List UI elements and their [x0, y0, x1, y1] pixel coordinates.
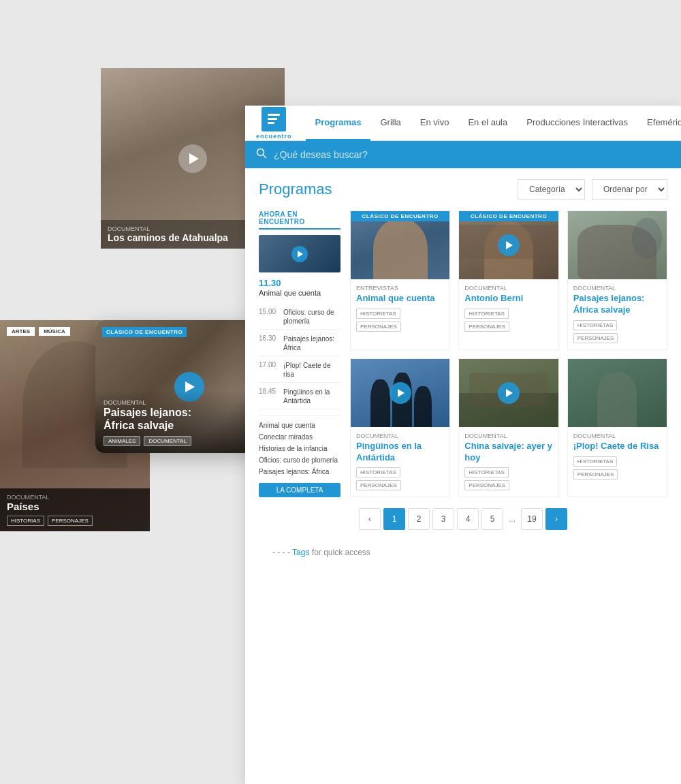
program-thumb-pinguinos — [351, 359, 449, 427]
more-item-5: Paisajes lejanos: África — [259, 466, 340, 477]
program-play-berni[interactable] — [498, 234, 520, 256]
page-5-button[interactable]: 5 — [481, 508, 503, 530]
prev-page-button[interactable]: ‹ — [359, 508, 381, 530]
page-title: Programas — [259, 181, 332, 198]
logo-line-3 — [268, 122, 274, 124]
program-card-africa[interactable]: DOCUMENTAL Paisajes lejanos: África salv… — [567, 210, 667, 350]
tag-historietas-6: HISTORIETAS — [573, 456, 618, 467]
program-type-africa: DOCUMENTAL — [573, 285, 661, 292]
old-man-tag-historias: HISTORIAS — [7, 516, 44, 526]
page-2-button[interactable]: 2 — [408, 508, 430, 530]
nav-link-efemerides[interactable]: Efemérides — [637, 106, 681, 141]
svg-line-1 — [264, 155, 267, 159]
program-info-animal: ENTREVISTAS Animal que cuenta HISTORIETA… — [351, 279, 449, 337]
tag-personajes-1: PERSONAJES — [356, 322, 401, 332]
program-title-pinguinos: Pingüinos en la Antártida — [356, 441, 444, 464]
nav-links: Programas Grilla En vivo En el aula Prod… — [306, 106, 681, 140]
old-man-tag-musica: MÚSICA — [39, 327, 70, 336]
program-type-pinguinos: DOCUMENTAL — [356, 433, 444, 439]
search-input[interactable] — [274, 149, 670, 160]
logo-icon — [262, 107, 286, 131]
logo-container: encuentro — [256, 107, 292, 140]
ver-completa-button[interactable]: LA COMPLETA — [259, 483, 340, 497]
program-card-plop[interactable]: DOCUMENTAL ¡Plop! Caete de Risa HISTORIE… — [567, 358, 667, 498]
schedule-item-1845[interactable]: 18.45 Pingüinos en la Antártida — [259, 384, 340, 409]
tag-historietas-5: HISTORIETAS — [464, 467, 509, 477]
tags-link[interactable]: Tags — [292, 548, 309, 557]
schedule-current-title: Animal que cuenta — [259, 288, 340, 298]
tags-bar: - - - - Tags for quick access — [259, 541, 667, 564]
nav-link-programas[interactable]: Programas — [306, 106, 371, 141]
program-play-china[interactable] — [498, 382, 520, 404]
pagination: ‹ 1 2 3 4 5 ... 19 › — [259, 497, 667, 541]
program-info-berni: DOCUMENTAL Antonio Berni HISTORIETAS PER… — [459, 279, 558, 337]
program-card-pinguinos[interactable]: DOCUMENTAL Pingüinos en la Antártida HIS… — [350, 358, 450, 498]
page-4-button[interactable]: 4 — [457, 508, 479, 530]
schedule-item-1630[interactable]: 16.30 Paisajes lejanos: África — [259, 331, 340, 356]
schedule-item-1700[interactable]: 17.00 ¡Plop! Caete de risa — [259, 358, 340, 383]
program-title-plop: ¡Plop! Caete de Risa — [573, 441, 661, 452]
program-type-plop: DOCUMENTAL — [573, 433, 661, 439]
play-triangle-icon — [189, 153, 199, 164]
svg-point-0 — [257, 149, 264, 156]
program-thumb-plop — [568, 359, 667, 427]
tag-personajes-6: PERSONAJES — [573, 469, 618, 480]
tag-historietas-1: HISTORIETAS — [356, 309, 400, 319]
schedule-now-label: AHORA EN ENCUENTRO — [259, 210, 340, 230]
next-page-button[interactable]: › — [545, 508, 567, 530]
main-content: Programas Categoría Ordenar por AHORA EN… — [245, 168, 681, 575]
old-man-tag-personajes: PERSONAJES — [48, 516, 93, 526]
nav-logo[interactable]: encuentro — [256, 107, 292, 140]
nav-link-enelaula[interactable]: En el aula — [458, 106, 517, 141]
program-tags-pinguinos: HISTORIETAS PERSONAJES — [356, 467, 444, 490]
schedule-sidebar: AHORA EN ENCUENTRO 11.30 Animal que cuen… — [259, 210, 340, 497]
filter-controls: Categoría Ordenar por — [518, 179, 667, 200]
schedule-prog-1845: Pingüinos en la Antártida — [283, 388, 340, 405]
old-man-tags: HISTORIAS PERSONAJES — [7, 516, 143, 526]
tag-historietas-2: HISTORIETAS — [464, 309, 509, 319]
page-1-button[interactable]: 1 — [383, 508, 405, 530]
more-item-2: Conectar miradas — [259, 431, 340, 443]
ordenar-select[interactable]: Ordenar por — [592, 179, 667, 200]
tag-historietas-4: HISTORIETAS — [356, 467, 400, 477]
schedule-thumbnail[interactable] — [259, 235, 340, 272]
schedule-thumb-play-button[interactable] — [291, 246, 308, 262]
more-item-3: Historias de la infancia — [259, 443, 340, 454]
program-tags-africa: HISTORIETAS PERSONAJES — [573, 320, 661, 343]
page-ellipsis: ... — [506, 514, 518, 524]
program-title-berni: Antonio Berni — [464, 293, 552, 304]
program-card-berni[interactable]: CLÁSICO DE ENCUENTRO DOCUMENTAL Antonio … — [458, 210, 558, 350]
page-last-button[interactable]: 19 — [521, 508, 543, 530]
schedule-time-1630: 16.30 — [259, 334, 279, 352]
programs-grid: CLÁSICO DE ENCUENTRO ENTREVISTAS Animal … — [350, 210, 667, 497]
schedule-thumb-play-icon — [298, 251, 303, 257]
program-type-animal: ENTREVISTAS — [356, 285, 444, 292]
tag-personajes-5: PERSONAJES — [464, 480, 509, 490]
nav-link-envivo[interactable]: En vivo — [411, 106, 459, 141]
page-3-button[interactable]: 3 — [432, 508, 454, 530]
nav-link-grilla[interactable]: Grilla — [370, 106, 410, 141]
schedule-time-1700: 17.00 — [259, 361, 279, 379]
program-play-pinguinos[interactable] — [390, 382, 411, 404]
program-card-animal[interactable]: CLÁSICO DE ENCUENTRO ENTREVISTAS Animal … — [350, 210, 450, 350]
program-card-china[interactable]: DOCUMENTAL China salvaje: ayer y hoy HIS… — [458, 358, 558, 498]
nav-link-producciones[interactable]: Producciones Interactivas — [517, 106, 637, 141]
phone-tag-documental: DOCUMENTAL — [144, 436, 191, 446]
program-title-africa: Paisajes lejanos: África salvaje — [573, 293, 661, 316]
categoria-select[interactable]: Categoría — [518, 179, 585, 200]
schedule-prog-1630: Paisajes lejanos: África — [283, 334, 340, 352]
program-info-plop: DOCUMENTAL ¡Plop! Caete de Risa HISTORIE… — [568, 427, 667, 485]
schedule-item-1500[interactable]: 15.00 Oficios: curso de plomería — [259, 304, 340, 330]
content-layout: AHORA EN ENCUENTRO 11.30 Animal que cuen… — [259, 210, 667, 497]
tag-personajes-2: PERSONAJES — [464, 322, 509, 332]
bg-play-button[interactable] — [178, 144, 207, 173]
program-type-berni: DOCUMENTAL — [464, 285, 552, 292]
program-info-africa: DOCUMENTAL Paisajes lejanos: África salv… — [568, 279, 667, 349]
old-man-type: DOCUMENTAL — [7, 494, 143, 501]
schedule-current-time: 11.30 — [259, 278, 340, 288]
phone-hero-badge: CLÁSICO DE ENCUENTRO — [102, 327, 187, 337]
old-man-info: DOCUMENTAL Países HISTORIAS PERSONAJES — [0, 488, 150, 531]
program-title-animal: Animal que cuenta — [356, 293, 444, 304]
more-schedule-items: Animal que cuenta Conectar miradas Histo… — [259, 415, 340, 477]
program-type-china: DOCUMENTAL — [464, 433, 552, 439]
